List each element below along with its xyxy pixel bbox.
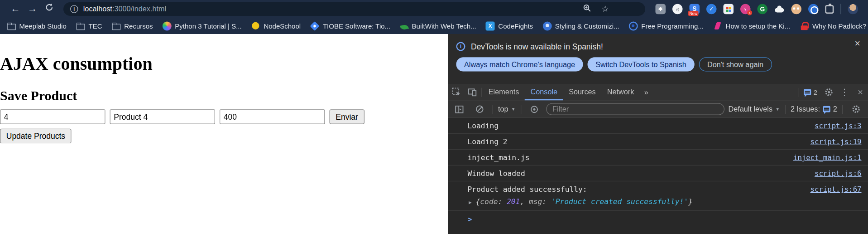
bookmark-nodeschool[interactable]: NodeSchool	[251, 21, 301, 30]
folder-icon	[7, 21, 16, 30]
dont-show-again-button[interactable]: Don't show again	[699, 57, 772, 71]
tab-network[interactable]: Network	[601, 84, 640, 100]
zoom-icon[interactable]	[583, 4, 591, 14]
devtools-panel: i DevTools is now available in Spanish! …	[448, 34, 868, 234]
bookmark-why-no-padlock[interactable]: Why No Padlock?	[800, 21, 866, 30]
green-leaf-icon	[400, 24, 409, 30]
source-link[interactable]: script.js:6	[808, 168, 861, 178]
switch-to-spanish-button[interactable]: Switch DevTools to Spanish	[588, 57, 695, 71]
chrome-menu-icon[interactable]: ⋮	[865, 4, 868, 14]
tabbar-spacer	[653, 84, 798, 100]
toolbar-divider	[840, 4, 841, 14]
issues-counter[interactable]: 2	[801, 84, 821, 100]
bookmark-setup-ki[interactable]: How to setup the Ki...	[713, 21, 790, 30]
bookmark-star-icon[interactable]: ☆	[601, 4, 609, 14]
bookmark-tiobe[interactable]: TIOBE Software: Tio...	[310, 21, 390, 30]
source-link[interactable]: inject_main.js:1	[786, 152, 862, 162]
photos-extension-icon[interactable]	[724, 4, 734, 14]
site-info-icon[interactable]: i	[70, 5, 78, 13]
device-toolbar-icon[interactable]	[464, 84, 480, 100]
bookmark-styling[interactable]: Styling & Customizi...	[542, 21, 619, 30]
section-title: Save Product	[0, 88, 448, 104]
bookmark-free-programming[interactable]: Free Programming...	[629, 21, 704, 30]
web-page: AJAX consumption Save Product Enviar Upd…	[0, 34, 448, 234]
url-text[interactable]: localhost:3000/index.html	[83, 5, 166, 13]
white-circle-extension-icon[interactable]	[672, 4, 683, 14]
inspect-element-icon[interactable]	[448, 84, 464, 100]
product-id-input[interactable]	[0, 109, 106, 124]
clock-extension-icon[interactable]	[808, 4, 819, 14]
live-expression-eye-icon[interactable]	[527, 105, 542, 114]
check-extension-icon[interactable]	[706, 4, 717, 14]
console-message-row: Window loaded script.js:6	[448, 166, 868, 181]
devtools-close-icon[interactable]: ×	[853, 84, 868, 100]
extensions-puzzle-icon[interactable]	[825, 5, 834, 14]
console-prompt[interactable]: >	[448, 211, 868, 224]
context-selector[interactable]: top▼	[498, 105, 516, 113]
bookmark-recursos[interactable]: Recursos	[112, 21, 153, 30]
reload-icon[interactable]	[42, 1, 57, 16]
clear-console-icon[interactable]	[471, 105, 487, 113]
update-row: Update Products	[0, 129, 448, 144]
divider	[481, 88, 482, 97]
save-product-form: Enviar	[0, 109, 448, 124]
info-icon: i	[456, 42, 465, 51]
hubspot-extension-icon[interactable]	[656, 4, 666, 14]
chevron-down-icon: ▼	[511, 107, 516, 112]
settings-gear-icon[interactable]	[821, 84, 837, 100]
tab-sources[interactable]: Sources	[563, 84, 602, 100]
url-host: localhost	[83, 5, 112, 13]
issues-status[interactable]: 2 Issues:2	[791, 105, 837, 113]
console-toolbar: top▼ Default levels▼ 2 Issues:2	[448, 101, 868, 118]
pink-extension-icon[interactable]: x	[740, 4, 751, 14]
s-extension-icon[interactable]: New	[690, 4, 700, 14]
product-name-input[interactable]	[110, 109, 216, 124]
devtools-menu-icon[interactable]: ⋮	[837, 84, 853, 100]
console-settings-gear-icon[interactable]	[848, 104, 864, 114]
source-link[interactable]: script.js:19	[804, 136, 862, 146]
extensions-row: New x ⋮	[656, 4, 868, 14]
content-split: AJAX consumption Save Product Enviar Upd…	[0, 34, 868, 234]
source-link[interactable]: script.js:67	[804, 184, 862, 194]
url-path: :3000/index.html	[112, 5, 166, 13]
match-language-button[interactable]: Always match Chrome's language	[456, 57, 583, 71]
bookmark-codefights[interactable]: CodeFights	[486, 21, 533, 30]
bookmark-python-tutorial[interactable]: Python 3 Tutorial | S...	[163, 21, 242, 30]
submit-button[interactable]: Enviar	[330, 109, 364, 124]
expand-triangle-icon[interactable]: ▶	[469, 198, 472, 207]
address-bar[interactable]: i localhost:3000/index.html ☆	[63, 2, 645, 15]
prompt-chevron-icon: >	[468, 215, 472, 224]
tab-console[interactable]: Console	[525, 84, 563, 100]
more-tabs-icon[interactable]: »	[640, 84, 653, 100]
avatar-extension-icon[interactable]	[791, 4, 802, 14]
bookmark-tec[interactable]: TEC	[76, 21, 102, 30]
notification-message: DevTools is now available in Spanish!	[471, 42, 603, 51]
back-icon[interactable]: ←	[8, 1, 23, 16]
devtools-tab-bar: Elements Console Sources Network » 2 ⋮ ×	[448, 84, 868, 101]
profile-avatar[interactable]	[848, 4, 858, 14]
grammarly-extension-icon[interactable]	[758, 4, 768, 14]
update-products-button[interactable]: Update Products	[0, 129, 72, 144]
product-price-input[interactable]	[220, 109, 325, 124]
blue-dot-icon	[542, 21, 551, 30]
new-badge: New	[688, 10, 699, 15]
forward-icon[interactable]: →	[25, 1, 40, 16]
console-message-row: Loading 2 script.js:19	[448, 134, 868, 150]
divider	[785, 105, 785, 114]
tab-elements[interactable]: Elements	[483, 84, 525, 100]
notification-close-icon[interactable]: ×	[855, 39, 860, 48]
console-filter-input[interactable]	[546, 103, 724, 115]
bookmark-builtwith[interactable]: BuiltWith Web Tech...	[400, 22, 476, 30]
blue-square-icon	[486, 21, 495, 30]
divider	[521, 105, 521, 114]
issues-bubble-icon	[823, 106, 830, 112]
blue-ring-icon	[629, 21, 638, 30]
cloud-extension-icon[interactable]	[774, 4, 785, 14]
browser-toolbar: ← → i localhost:3000/index.html ☆ New	[0, 0, 868, 18]
source-link[interactable]: script.js:3	[808, 121, 861, 130]
object-preview: ▶ {code: 201, msg: 'Product created succ…	[468, 197, 862, 208]
console-sidebar-icon[interactable]	[452, 105, 468, 113]
bookmark-meeplab-studio[interactable]: Meeplab Studio	[7, 21, 67, 30]
error-badge: x	[747, 10, 752, 15]
log-levels-selector[interactable]: Default levels▼	[728, 105, 780, 113]
